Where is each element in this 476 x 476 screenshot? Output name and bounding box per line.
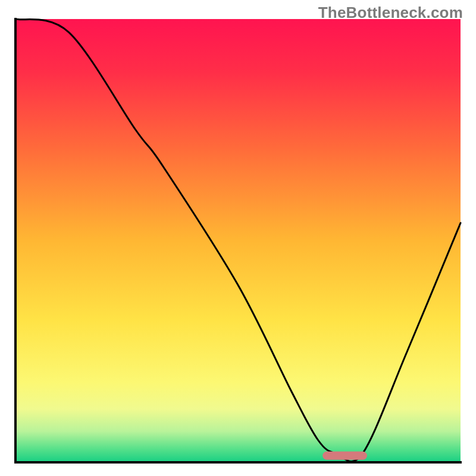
optimal-marker <box>322 452 367 460</box>
watermark-text: TheBottleneck.com <box>318 4 463 22</box>
plot-background <box>15 19 461 462</box>
chart-frame: TheBottleneck.com <box>0 0 476 476</box>
bottleneck-chart <box>0 0 476 476</box>
